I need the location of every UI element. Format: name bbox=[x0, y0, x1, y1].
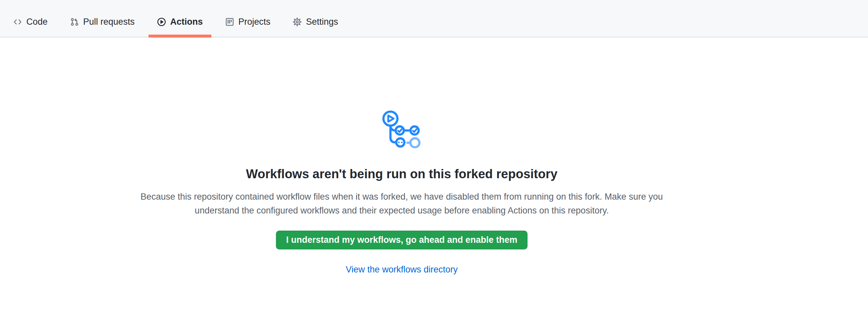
git-pull-request-icon bbox=[70, 18, 79, 26]
gear-icon bbox=[293, 18, 302, 26]
tab-label-pull-requests: Pull requests bbox=[83, 18, 135, 26]
blankslate-description: Because this repository contained workfl… bbox=[132, 190, 672, 217]
actions-disabled-blankslate: Workflows aren't being run on this forke… bbox=[0, 110, 803, 275]
workflow-graph-icon bbox=[382, 110, 422, 149]
tab-projects[interactable]: Projects bbox=[217, 0, 279, 37]
tab-settings[interactable]: Settings bbox=[284, 0, 347, 37]
enable-button-row: I understand my workflows, go ahead and … bbox=[0, 217, 803, 249]
tab-label-settings: Settings bbox=[306, 18, 338, 26]
tab-pull-requests[interactable]: Pull requests bbox=[62, 0, 143, 37]
enable-workflows-button[interactable]: I understand my workflows, go ahead and … bbox=[276, 230, 528, 249]
tab-label-code: Code bbox=[26, 18, 48, 26]
tab-label-actions: Actions bbox=[170, 18, 203, 26]
tab-label-projects: Projects bbox=[239, 18, 271, 26]
code-icon bbox=[13, 18, 22, 26]
tab-actions[interactable]: Actions bbox=[149, 0, 211, 37]
tab-code[interactable]: Code bbox=[5, 0, 56, 37]
workflows-link-row: View the workflows directory bbox=[0, 257, 803, 275]
play-icon bbox=[157, 18, 166, 26]
page-title: Workflows aren't being run on this forke… bbox=[0, 167, 803, 181]
view-workflows-directory-link[interactable]: View the workflows directory bbox=[346, 265, 458, 275]
project-icon bbox=[225, 18, 234, 26]
repo-tab-nav: Code Pull requests Actions Projects bbox=[0, 0, 868, 37]
